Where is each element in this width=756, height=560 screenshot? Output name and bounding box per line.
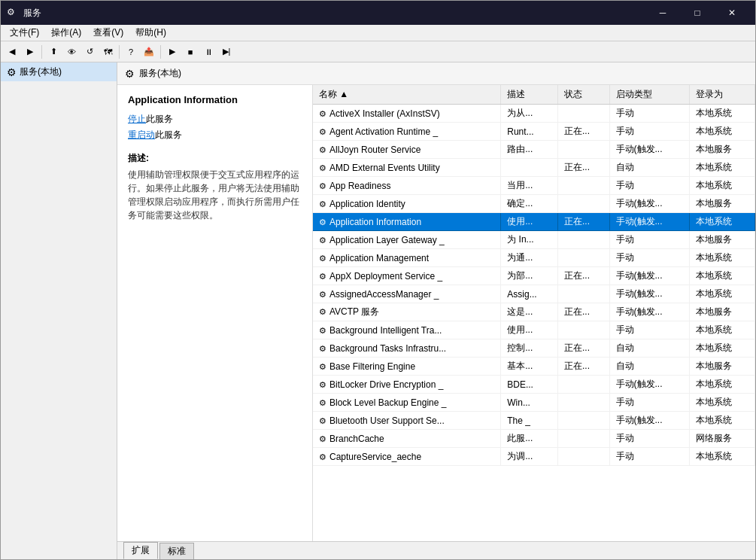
toolbar-play[interactable]: ▶	[164, 44, 181, 60]
cell-startup: 手动(触发...	[609, 213, 689, 231]
cell-name: ⚙Application Information	[313, 213, 501, 231]
cell-status	[557, 412, 609, 430]
sidebar-item-services[interactable]: ⚙ 服务(本地)	[1, 62, 117, 81]
table-header-row: 名称 ▲ 描述 状态 启动类型 登录为	[313, 85, 755, 105]
toolbar: ◀ ▶ ⬆ 👁 ↺ 🗺 ? 📤 ▶ ■ ⏸ ▶|	[1, 41, 755, 62]
tab-extend[interactable]: 扩展	[123, 542, 158, 559]
table-row[interactable]: ⚙AMD External Events Utility正在...自动本地系统	[313, 159, 755, 177]
toolbar-sep-3	[160, 45, 161, 59]
cell-startup: 自动	[609, 339, 689, 358]
toolbar-show-hide[interactable]: 👁	[63, 44, 80, 60]
cell-desc: 此服...	[501, 430, 558, 448]
cell-logon: 本地服务	[689, 141, 754, 159]
content-header-title: 服务(本地)	[139, 67, 181, 80]
table-row[interactable]: ⚙Application Identity确定...手动(触发...本地服务	[313, 195, 755, 213]
service-gear-icon: ⚙	[319, 344, 326, 353]
service-gear-icon: ⚙	[319, 307, 326, 316]
toolbar-pause[interactable]: ⏸	[200, 44, 217, 60]
service-gear-icon: ⚙	[319, 452, 326, 461]
table-row[interactable]: ⚙ActiveX Installer (AxInstSV)为从...手动本地系统	[313, 105, 755, 123]
col-desc[interactable]: 描述	[501, 85, 558, 105]
tab-standard[interactable]: 标准	[159, 543, 194, 559]
table-row[interactable]: ⚙App Readiness当用...手动本地系统	[313, 177, 755, 195]
main-window: ⚙ 服务 ─ □ ✕ 文件(F) 操作(A) 查看(V) 帮助(H) ◀ ▶ ⬆…	[0, 0, 756, 560]
stop-service-link[interactable]: 停止	[128, 114, 146, 124]
table-row[interactable]: ⚙Application Management为通...手动本地系统	[313, 249, 755, 267]
cell-logon: 本地服务	[689, 195, 754, 213]
cell-status	[557, 141, 609, 159]
table-row[interactable]: ⚙Application Layer Gateway _为 In...手动本地服…	[313, 231, 755, 249]
table-row[interactable]: ⚙AVCTP 服务这是...正在...手动(触发...本地服务	[313, 303, 755, 321]
cell-status: 正在...	[557, 159, 609, 177]
cell-logon: 本地服务	[689, 231, 754, 249]
table-row[interactable]: ⚙CaptureService_aeche为调...手动本地系统	[313, 448, 755, 466]
col-startup[interactable]: 启动类型	[609, 85, 689, 105]
cell-startup: 手动	[609, 123, 689, 141]
cell-startup: 手动(触发...	[609, 267, 689, 285]
cell-status	[557, 195, 609, 213]
cell-status	[557, 105, 609, 123]
cell-status: 正在...	[557, 303, 609, 321]
table-row[interactable]: ⚙Application Information使用...正在...手动(触发.…	[313, 213, 755, 231]
cell-desc: Win...	[501, 394, 558, 412]
left-panel: Application Information 停止此服务 重启动此服务 描述:…	[117, 85, 313, 541]
description-text: 使用辅助管理权限便于交互式应用程序的运行。如果停止此服务，用户将无法使用辅助管理…	[128, 168, 302, 222]
cell-name: ⚙ActiveX Installer (AxInstSV)	[313, 105, 501, 123]
maximize-button[interactable]: □	[680, 1, 715, 25]
restart-service-link[interactable]: 重启动	[128, 129, 155, 140]
table-row[interactable]: ⚙AllJoyn Router Service路由...手动(触发...本地服务	[313, 141, 755, 159]
cell-logon: 本地系统	[689, 394, 754, 412]
table-row[interactable]: ⚙Bluetooth User Support Se...The _手动(触发.…	[313, 412, 755, 430]
main-area: ⚙ 服务(本地) ⚙ 服务(本地) Application Informatio…	[1, 62, 755, 559]
cell-startup: 手动(触发...	[609, 376, 689, 394]
cell-desc: 基本...	[501, 358, 558, 376]
menu-action[interactable]: 操作(A)	[45, 25, 87, 41]
cell-startup: 手动	[609, 321, 689, 339]
cell-desc: 这是...	[501, 303, 558, 321]
table-row[interactable]: ⚙BitLocker Drive Encryption _BDE...手动(触发…	[313, 376, 755, 394]
toolbar-up[interactable]: ⬆	[45, 44, 62, 60]
cell-name: ⚙Application Management	[313, 249, 501, 267]
col-name[interactable]: 名称 ▲	[313, 85, 501, 105]
service-gear-icon: ⚙	[319, 109, 326, 118]
col-status[interactable]: 状态	[557, 85, 609, 105]
cell-logon: 本地系统	[689, 448, 754, 466]
toolbar-export[interactable]: 📤	[141, 44, 157, 60]
cell-status	[557, 321, 609, 339]
stop-service-line: 停止此服务	[128, 113, 302, 126]
toolbar-step[interactable]: ▶|	[218, 44, 235, 60]
minimize-button[interactable]: ─	[645, 1, 680, 25]
toolbar-forward[interactable]: ▶	[22, 44, 38, 60]
cell-desc: 使用...	[501, 321, 558, 339]
title-bar: ⚙ 服务 ─ □ ✕	[1, 1, 755, 25]
table-row[interactable]: ⚙Background Intelligent Tra...使用...手动本地系…	[313, 321, 755, 339]
table-row[interactable]: ⚙Background Tasks Infrastru...控制...正在...…	[313, 339, 755, 358]
restart-service-line: 重启动此服务	[128, 129, 302, 142]
cell-logon: 本地系统	[689, 213, 754, 231]
toolbar-back[interactable]: ◀	[4, 44, 20, 60]
service-gear-icon: ⚙	[319, 199, 326, 208]
menu-view[interactable]: 查看(V)	[87, 25, 129, 41]
service-gear-icon: ⚙	[319, 416, 326, 425]
toolbar-refresh[interactable]: ↺	[81, 44, 98, 60]
cell-desc: 使用...	[501, 213, 558, 231]
table-row[interactable]: ⚙Block Level Backup Engine _Win...手动本地系统	[313, 394, 755, 412]
table-row[interactable]: ⚙Agent Activation Runtime _Runt...正在...手…	[313, 123, 755, 141]
sidebar: ⚙ 服务(本地)	[1, 62, 117, 559]
table-row[interactable]: ⚙Base Filtering Engine基本...正在...自动本地服务	[313, 358, 755, 376]
toolbar-stop[interactable]: ■	[182, 44, 199, 60]
cell-name: ⚙AllJoyn Router Service	[313, 141, 501, 159]
table-row[interactable]: ⚙AssignedAccessManager _Assig...手动(触发...…	[313, 285, 755, 303]
menu-help[interactable]: 帮助(H)	[129, 25, 172, 41]
services-table-container[interactable]: 名称 ▲ 描述 状态 启动类型 登录为 ⚙ActiveX Installer (…	[313, 85, 755, 541]
table-row[interactable]: ⚙BranchCache此服...手动网络服务	[313, 430, 755, 448]
toolbar-map[interactable]: 🗺	[99, 44, 116, 60]
cell-logon: 本地系统	[689, 123, 754, 141]
table-row[interactable]: ⚙AppX Deployment Service _为部...正在...手动(触…	[313, 267, 755, 285]
close-button[interactable]: ✕	[715, 1, 749, 25]
content-header: ⚙ 服务(本地)	[117, 62, 755, 85]
col-logon[interactable]: 登录为	[689, 85, 754, 105]
toolbar-help[interactable]: ?	[123, 44, 139, 60]
menu-file[interactable]: 文件(F)	[4, 25, 45, 41]
service-gear-icon: ⚙	[319, 290, 326, 299]
